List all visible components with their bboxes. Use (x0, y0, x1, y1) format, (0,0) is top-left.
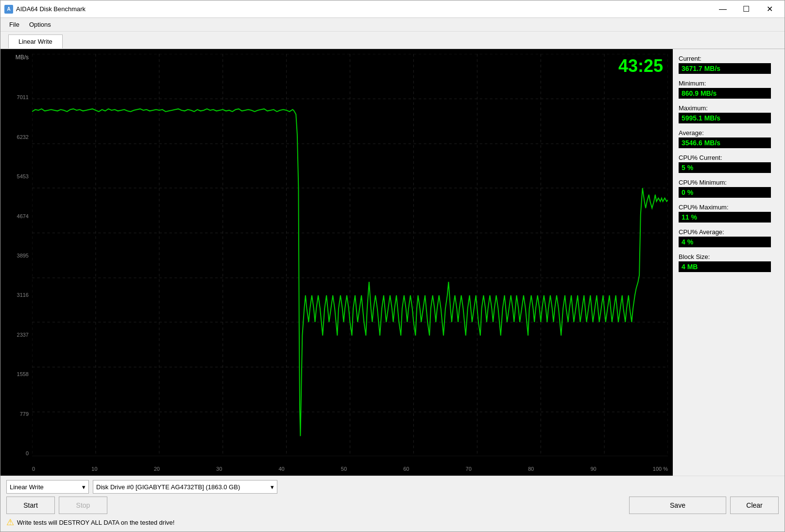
test-type-dropdown[interactable]: Linear Write ▾ (6, 480, 89, 494)
main-content: MB/s 7011 6232 5453 4674 3895 3116 2337 … (0, 49, 785, 476)
minimize-button[interactable]: — (712, 1, 734, 17)
warning-row: ⚠ Write tests will DESTROY ALL DATA on t… (6, 517, 779, 528)
menu-options[interactable]: Options (24, 19, 56, 30)
clear-button[interactable]: Clear (730, 497, 779, 514)
warning-text: Write tests will DESTROY ALL DATA on the… (17, 519, 174, 526)
drive-dropdown[interactable]: Disk Drive #0 [GIGABYTE AG4732TB] (1863.… (93, 480, 277, 494)
y-label-3116: 3116 (5, 292, 31, 298)
stat-maximum: Maximum: 5995.1 MB/s (679, 104, 779, 123)
start-button[interactable]: Start (6, 497, 55, 514)
chart-svg (32, 54, 668, 456)
y-label-7011: 7011 (5, 94, 31, 100)
x-label-90: 90 (590, 466, 596, 472)
x-label-0: 0 (32, 466, 35, 472)
window-title: AIDA64 Disk Benchmark (16, 5, 712, 13)
warning-icon: ⚠ (6, 517, 14, 528)
stat-cpu-maximum: CPU% Maximum: 11 % (679, 204, 779, 223)
stats-sidebar: Current: 3671.7 MB/s Minimum: 860.9 MB/s… (673, 49, 785, 476)
y-axis-labels: MB/s 7011 6232 5453 4674 3895 3116 2337 … (5, 54, 31, 456)
y-label-2337: 2337 (5, 332, 31, 338)
stat-maximum-value: 5995.1 MB/s (679, 113, 771, 123)
tab-bar: Linear Write (0, 32, 785, 49)
stat-current-value: 3671.7 MB/s (679, 63, 771, 74)
y-label-4674: 4674 (5, 213, 31, 219)
stop-button[interactable]: Stop (59, 497, 107, 514)
stat-cpu-current-value: 5 % (679, 162, 771, 173)
stat-minimum-label: Minimum: (679, 80, 779, 87)
stat-cpu-maximum-value: 11 % (679, 212, 771, 223)
x-axis-labels: 0 10 20 30 40 50 60 70 80 90 100 % (32, 466, 668, 472)
stat-average: Average: 3546.6 MB/s (679, 129, 779, 148)
maximize-button[interactable]: ☐ (735, 1, 757, 17)
stat-average-value: 3546.6 MB/s (679, 137, 771, 148)
tab-linear-write[interactable]: Linear Write (8, 34, 63, 49)
main-window: A AIDA64 Disk Benchmark — ☐ ✕ File Optio… (0, 0, 785, 532)
close-button[interactable]: ✕ (758, 1, 781, 17)
title-bar: A AIDA64 Disk Benchmark — ☐ ✕ (0, 0, 785, 18)
x-label-30: 30 (216, 466, 222, 472)
y-label-0: 0 (5, 450, 31, 456)
chevron-down-icon: ▾ (82, 483, 85, 491)
y-label-1558: 1558 (5, 371, 31, 377)
controls-row-buttons: Start Stop Save Clear (6, 497, 779, 514)
stat-cpu-average: CPU% Average: 4 % (679, 228, 779, 247)
test-type-value: Linear Write (10, 483, 44, 491)
drive-value: Disk Drive #0 [GIGABYTE AG4732TB] (1863.… (96, 483, 240, 491)
y-label-6232: 6232 (5, 134, 31, 140)
y-label-779: 779 (5, 411, 31, 417)
bottom-bar: Linear Write ▾ Disk Drive #0 [GIGABYTE A… (0, 476, 785, 532)
chart-area: MB/s 7011 6232 5453 4674 3895 3116 2337 … (0, 49, 673, 476)
y-label-3895: 3895 (5, 253, 31, 258)
menu-bar: File Options (0, 18, 785, 32)
menu-file[interactable]: File (4, 19, 24, 30)
save-button[interactable]: Save (629, 497, 726, 514)
x-label-100: 100 % (653, 466, 668, 472)
stat-minimum-value: 860.9 MB/s (679, 88, 771, 99)
stat-current-label: Current: (679, 55, 779, 62)
stat-cpu-current: CPU% Current: 5 % (679, 154, 779, 173)
x-label-70: 70 (466, 466, 472, 472)
x-label-20: 20 (154, 466, 160, 472)
stat-current: Current: 3671.7 MB/s (679, 55, 779, 74)
stat-cpu-current-label: CPU% Current: (679, 154, 779, 161)
y-label-mbs: MB/s (5, 54, 31, 61)
x-label-50: 50 (341, 466, 347, 472)
stat-average-label: Average: (679, 129, 779, 137)
stat-cpu-minimum-value: 0 % (679, 187, 771, 198)
stat-cpu-minimum: CPU% Minimum: 0 % (679, 179, 779, 198)
stat-minimum: Minimum: 860.9 MB/s (679, 80, 779, 99)
stat-block-size: Block Size: 4 MB (679, 253, 779, 272)
y-label-5453: 5453 (5, 173, 31, 179)
x-label-40: 40 (278, 466, 284, 472)
x-label-60: 60 (403, 466, 409, 472)
stat-maximum-label: Maximum: (679, 104, 779, 112)
stat-block-size-value: 4 MB (679, 261, 771, 272)
chevron-down-icon-drive: ▾ (271, 483, 274, 491)
stat-cpu-maximum-label: CPU% Maximum: (679, 204, 779, 211)
controls-row-selects: Linear Write ▾ Disk Drive #0 [GIGABYTE A… (6, 480, 779, 494)
stat-cpu-average-label: CPU% Average: (679, 228, 779, 236)
title-controls: — ☐ ✕ (712, 1, 781, 17)
x-label-80: 80 (528, 466, 534, 472)
stat-block-size-label: Block Size: (679, 253, 779, 260)
stat-cpu-minimum-label: CPU% Minimum: (679, 179, 779, 186)
stat-cpu-average-value: 4 % (679, 237, 771, 247)
app-icon: A (4, 5, 13, 14)
x-label-10: 10 (91, 466, 97, 472)
